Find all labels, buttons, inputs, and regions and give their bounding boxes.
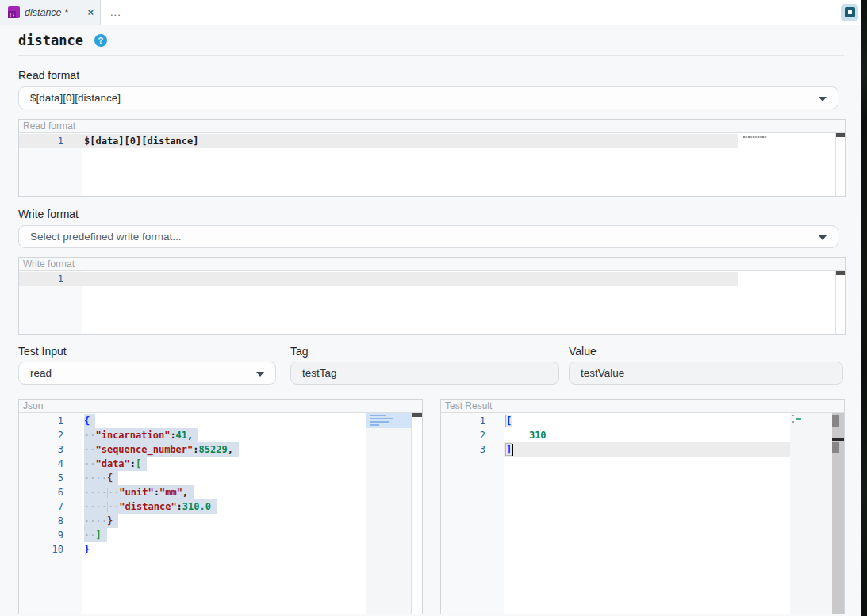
tab-bar: distance * × ... xyxy=(0,0,861,25)
minimap-mark xyxy=(792,421,794,423)
scrollbar-thumb[interactable] xyxy=(836,271,845,275)
chevron-down-icon xyxy=(819,97,827,101)
scrollbar-thumb[interactable] xyxy=(412,413,422,417)
page-title: distance xyxy=(18,33,83,48)
write-format-select-placeholder: Select predefined write format... xyxy=(30,231,182,243)
tag-input[interactable]: testTag xyxy=(290,362,559,385)
write-format-label: Write format xyxy=(18,208,861,220)
minimap-content xyxy=(743,136,767,138)
stop-square-icon-core xyxy=(848,10,852,14)
json-editor-minimap[interactable] xyxy=(366,413,411,614)
scrollbar-thumb[interactable] xyxy=(832,442,839,453)
read-format-editor[interactable]: Read format 1 $[data][0][distance] xyxy=(18,119,846,197)
tag-input-value: testTag xyxy=(302,367,337,379)
right-edge-dark-panel xyxy=(861,0,867,616)
read-format-editor-scrollbar[interactable] xyxy=(835,133,845,196)
write-format-editor-scrollbar[interactable] xyxy=(835,271,845,334)
app-window: distance * × ... distance ? Read format … xyxy=(0,0,861,616)
write-format-select[interactable]: Select predefined write format... xyxy=(18,225,838,248)
close-icon[interactable]: × xyxy=(87,7,94,17)
test-input-select-value: read xyxy=(30,367,52,379)
json-editor-code[interactable]: {··"incarnation":41,··"sequence_number":… xyxy=(82,413,366,614)
read-format-editor-minimap[interactable] xyxy=(738,133,835,196)
scrollbar-thumb[interactable] xyxy=(832,415,839,427)
overview-ruler-cursor-mark xyxy=(832,438,844,441)
json-editor-scrollbar[interactable] xyxy=(411,413,422,614)
stop-square-icon[interactable] xyxy=(841,4,858,21)
test-result-editor-minimap[interactable] xyxy=(790,413,832,614)
test-result-editor-title: Test Result xyxy=(441,400,844,413)
test-result-editor[interactable]: Test Result 123 [ 310] xyxy=(440,399,845,614)
write-format-editor[interactable]: Write format 1 xyxy=(18,257,846,335)
chevron-down-icon xyxy=(256,372,264,377)
test-input-select[interactable]: read xyxy=(18,362,276,385)
tab-label: distance * xyxy=(25,7,68,18)
json-editor-gutter: 12345678910 xyxy=(19,413,82,614)
read-format-editor-gutter: 1 xyxy=(19,133,82,196)
json-editor[interactable]: Json 12345678910 {··"incarnation":41,··"… xyxy=(18,399,423,614)
value-input[interactable]: testValue xyxy=(569,362,843,385)
minimap-selection xyxy=(366,413,411,428)
test-result-editor-scrollbar[interactable] xyxy=(832,413,844,614)
read-format-editor-code[interactable]: $[data][0][distance] xyxy=(82,133,738,196)
minimap-mark xyxy=(796,418,801,420)
title-divider xyxy=(18,55,844,56)
braces-badge-icon xyxy=(8,6,20,18)
test-result-editor-gutter: 123 xyxy=(441,413,504,614)
scrollbar-thumb[interactable] xyxy=(836,133,845,137)
write-format-editor-minimap[interactable] xyxy=(738,271,835,334)
page-header: distance ? xyxy=(0,25,861,55)
minimap-mark xyxy=(792,415,794,416)
read-format-select[interactable]: $[data][0][distance] xyxy=(18,86,838,109)
tabbar-spacer xyxy=(131,0,841,25)
tag-label: Tag xyxy=(290,345,559,358)
write-format-editor-gutter: 1 xyxy=(19,271,82,334)
value-label: Value xyxy=(569,345,843,358)
tab-more-label: ... xyxy=(110,6,121,18)
test-input-label: Test Input xyxy=(18,345,276,358)
write-format-editor-title: Write format xyxy=(19,258,845,271)
tab-distance[interactable]: distance * × xyxy=(0,0,101,25)
value-input-value: testValue xyxy=(581,367,624,379)
stop-square-icon-inner xyxy=(845,7,855,17)
tab-more[interactable]: ... xyxy=(101,0,131,25)
write-format-editor-code[interactable] xyxy=(82,271,738,334)
read-format-label: Read format xyxy=(18,69,861,82)
read-format-editor-title: Read format xyxy=(19,120,845,133)
json-editor-title: Json xyxy=(19,400,422,413)
read-format-select-value: $[data][0][distance] xyxy=(30,92,121,104)
question-circle-icon[interactable]: ? xyxy=(94,34,107,47)
chevron-down-icon xyxy=(819,235,827,240)
test-result-editor-code[interactable]: [ 310] xyxy=(504,413,790,614)
